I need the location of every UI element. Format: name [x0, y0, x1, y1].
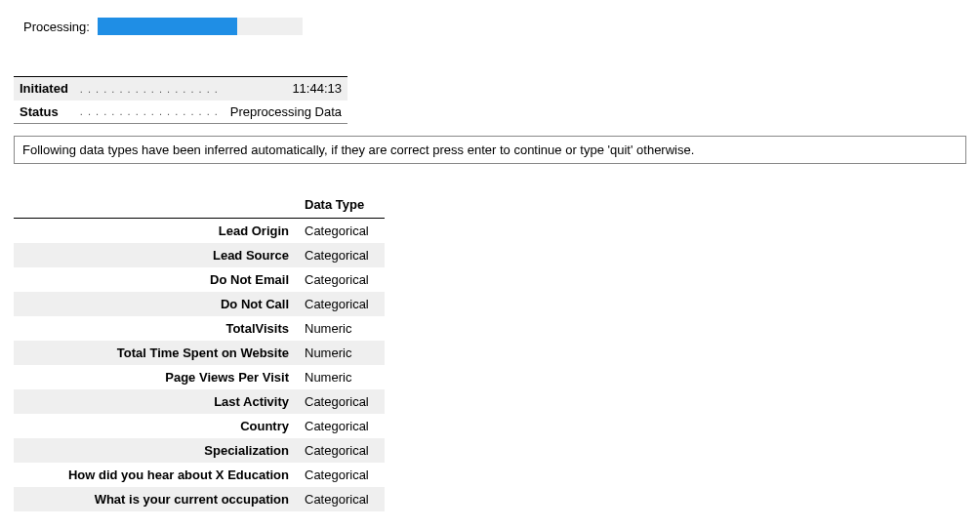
feature-name: Specialization	[14, 438, 297, 463]
data-type-row: How did you hear about X EducationCatego…	[14, 463, 385, 487]
status-table: Initiated. . . . . . . . . . . . . . . .…	[14, 76, 347, 124]
data-type-row: Do Not CallCategorical	[14, 292, 385, 316]
feature-type: Categorical	[297, 267, 385, 292]
status-value: Preprocessing Data	[225, 101, 347, 124]
feature-name: Last Activity	[14, 389, 297, 414]
feature-name: Country	[14, 414, 297, 438]
inference-message: Following data types have been inferred …	[14, 136, 966, 164]
feature-name: What is your current occupation	[14, 487, 297, 511]
feature-name: Lead Source	[14, 243, 297, 267]
feature-type: Categorical	[297, 219, 385, 244]
status-row: Initiated. . . . . . . . . . . . . . . .…	[14, 77, 347, 101]
progress-section: Processing:	[0, 0, 980, 35]
data-type-row: SpecializationCategorical	[14, 438, 385, 463]
feature-name: Do Not Email	[14, 267, 297, 292]
status-dots: . . . . . . . . . . . . . . . . . .	[74, 101, 225, 124]
data-type-row: Last ActivityCategorical	[14, 389, 385, 414]
feature-name: Page Views Per Visit	[14, 365, 297, 389]
feature-type: Numeric	[297, 341, 385, 365]
feature-type: Categorical	[297, 389, 385, 414]
feature-type: Categorical	[297, 463, 385, 487]
feature-name: Lead Origin	[14, 219, 297, 244]
feature-type: Categorical	[297, 414, 385, 438]
data-type-table: Data Type Lead OriginCategoricalLead Sou…	[14, 191, 385, 511]
feature-type: Categorical	[297, 438, 385, 463]
status-dots: . . . . . . . . . . . . . . . . . .	[74, 77, 225, 101]
data-type-row: Lead OriginCategorical	[14, 219, 385, 244]
status-row: Status. . . . . . . . . . . . . . . . . …	[14, 101, 347, 124]
data-type-section: Data Type Lead OriginCategoricalLead Sou…	[14, 191, 385, 511]
data-type-row: What is your current occupationCategoric…	[14, 487, 385, 511]
status-key: Status	[14, 101, 74, 124]
data-type-row: TotalVisitsNumeric	[14, 316, 385, 341]
data-type-row: Lead SourceCategorical	[14, 243, 385, 267]
progress-label: Processing:	[23, 20, 90, 34]
status-value: 11:44:13	[225, 77, 347, 101]
feature-type: Numeric	[297, 316, 385, 341]
data-type-header-type: Data Type	[297, 191, 385, 219]
data-type-row: Do Not EmailCategorical	[14, 267, 385, 292]
feature-name: Total Time Spent on Website	[14, 341, 297, 365]
feature-type: Categorical	[297, 243, 385, 267]
progress-bar	[98, 18, 303, 35]
data-type-row: Page Views Per VisitNumeric	[14, 365, 385, 389]
data-type-row: CountryCategorical	[14, 414, 385, 438]
feature-name: How did you hear about X Education	[14, 463, 297, 487]
feature-name: Do Not Call	[14, 292, 297, 316]
feature-type: Categorical	[297, 487, 385, 511]
progress-row: Processing:	[23, 18, 980, 35]
data-type-header-name	[14, 191, 297, 219]
feature-type: Numeric	[297, 365, 385, 389]
progress-bar-fill	[98, 18, 237, 35]
feature-name: TotalVisits	[14, 316, 297, 341]
status-key: Initiated	[14, 77, 74, 101]
data-type-row: Total Time Spent on WebsiteNumeric	[14, 341, 385, 365]
feature-type: Categorical	[297, 292, 385, 316]
